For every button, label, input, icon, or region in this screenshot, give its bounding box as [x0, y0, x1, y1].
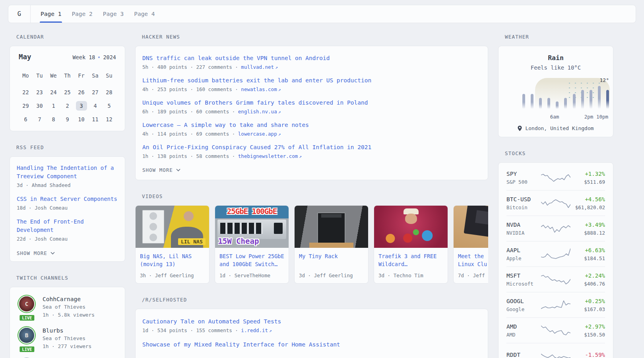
hackernews-show-more-button[interactable]: SHOW MORE — [142, 167, 180, 173]
page-tab[interactable]: Page 2 — [66, 5, 97, 23]
calendar-day[interactable]: 5 — [102, 99, 116, 113]
video-title-link[interactable]: My Tiny Rack — [299, 252, 364, 260]
weather-widget: Rain Feels like 10°C 12° 6am 2pm 10pm — [498, 46, 613, 137]
stock-row[interactable]: NVDA NVIDIA +3.49% $888.12 — [506, 216, 605, 241]
stock-name: Google — [506, 306, 541, 312]
feed-item-title-link[interactable]: Showcase of my Mixed Reality Interface f… — [142, 340, 481, 349]
page-tab[interactable]: Page 1 — [35, 5, 66, 23]
weather-location: London, United Kingdom — [508, 125, 603, 131]
page-tab[interactable]: Page 4 — [129, 5, 160, 23]
calendar-day[interactable]: 26 — [74, 86, 88, 99]
video-card: Traefik 3 and FREE Wildcard… 3d · Techno… — [374, 205, 448, 284]
calendar-day[interactable]: 6 — [19, 113, 33, 126]
stock-sparkline — [541, 323, 570, 338]
feed-item-title-link[interactable]: The End of Front-End Development — [17, 218, 118, 234]
feed-item: DNS traffic can leak outside the VPN tun… — [142, 54, 481, 70]
calendar-day[interactable]: 10 — [74, 113, 88, 126]
weather-bar-current — [606, 90, 609, 109]
stock-row[interactable]: BTC-USD Bitcoin +4.56% $61,820.02 — [506, 190, 605, 216]
page-tab[interactable]: Page 3 — [98, 5, 129, 23]
feed-item-title-link[interactable]: DNS traffic can leak outside the VPN tun… — [142, 54, 481, 62]
video-thumbnail[interactable]: LIL NAS — [136, 206, 209, 248]
stock-price: $61,820.02 — [570, 204, 605, 210]
video-title-link[interactable]: Meet the Linux Clu — [458, 252, 488, 268]
feed-item-meta-text: 3d · Ahmad Shadeed — [17, 182, 70, 188]
calendar-day[interactable]: 29 — [19, 99, 33, 113]
video-card-body: Traefik 3 and FREE Wildcard… 3d · Techno… — [374, 248, 448, 283]
feed-item-title-link[interactable]: An Oil Price-Fixing Conspiracy Caused 27… — [142, 143, 481, 152]
calendar-day[interactable]: 24 — [47, 86, 60, 99]
stock-change-percent: -1.59% — [570, 352, 605, 358]
external-link-icon: ↗ — [269, 328, 272, 333]
calendar-day[interactable]: 25 — [60, 86, 74, 99]
calendar-week-year: Week 18 2024 — [73, 54, 116, 60]
calendar-day[interactable]: 11 — [88, 113, 102, 126]
section-title-rss: RSS FEED — [16, 144, 125, 150]
feed-item-meta-text: 1d · 534 points · 155 comments · — [142, 327, 241, 333]
calendar-day[interactable]: 4 — [88, 99, 102, 113]
feed-item-title-link[interactable]: Lithium-free sodium batteries exit the l… — [142, 76, 481, 85]
twitch-channel-game: Sea of Thieves — [43, 303, 95, 311]
app-logo[interactable]: G — [8, 5, 31, 23]
calendar-day[interactable]: 28 — [102, 86, 116, 99]
weather-bars — [522, 84, 609, 109]
stock-row[interactable]: GOOGL Google +0.25% $167.03 — [506, 292, 605, 317]
feed-item-title-link[interactable]: CSS in React Server Components — [17, 195, 118, 203]
video-thumbnail[interactable] — [295, 206, 368, 248]
stock-identity: RDDT — [506, 352, 541, 358]
twitch-channel-row[interactable]: B LIVE Blurbs Sea of Thieves 1h · 277 vi… — [18, 327, 117, 350]
feed-item-meta-text: 4h · 114 points · 69 comments · — [142, 131, 238, 137]
stock-row[interactable]: MSFT Microsoft +2.24% $406.76 — [506, 267, 605, 292]
stock-row[interactable]: AMD AMD +2.97% $150.50 — [506, 317, 605, 343]
calendar-day[interactable]: 2 — [60, 99, 74, 113]
twitch-channel-info: CohhCarnage Sea of Thieves 1h · 5.8k vie… — [43, 295, 95, 319]
rss-show-more-button[interactable]: SHOW MORE — [17, 250, 55, 256]
video-thumbnail[interactable]: 25GbE 100GbE 15W Cheap — [215, 206, 289, 248]
calendar-day[interactable]: 7 — [33, 113, 47, 126]
weather-condition: Rain — [508, 54, 603, 62]
video-card-body: My Tiny Rack 3d · Jeff Geerling — [295, 248, 368, 283]
stock-identity: AMD AMD — [506, 323, 541, 338]
weather-location-text: London, United Kingdom — [525, 125, 594, 131]
calendar-day[interactable]: 9 — [60, 113, 74, 126]
feed-item-title-link[interactable]: Cautionary Tale on Automated Speed Tests — [142, 317, 481, 326]
video-thumbnail[interactable] — [374, 206, 448, 248]
feed-item-title-link[interactable]: Lowercase – A simple way to take and sha… — [142, 121, 481, 129]
calendar-day[interactable]: 12 — [102, 113, 116, 126]
stock-identity: BTC-USD Bitcoin — [506, 196, 541, 210]
video-title-link[interactable]: Big NAS, Lil NAS (moving 13) — [140, 252, 205, 268]
calendar-day[interactable]: 22 — [19, 86, 33, 99]
feed-item-source-link[interactable]: mullvad.net↗ — [241, 64, 277, 70]
hackernews-items: DNS traffic can leak outside the VPN tun… — [142, 54, 481, 159]
calendar-day[interactable]: 30 — [33, 99, 47, 113]
feed-item-title-link[interactable]: Unique volumes of Brothers Grimm fairy t… — [142, 99, 481, 107]
video-title-link[interactable]: BEST Low Power 25GbE and 100GbE Switch… — [219, 252, 284, 268]
calendar-day[interactable]: 1 — [47, 99, 60, 113]
video-title-link[interactable]: Traefik 3 and FREE Wildcard… — [378, 252, 443, 268]
weather-bar — [547, 98, 550, 109]
stock-values: -1.59% — [570, 352, 605, 358]
feed-item-source-link[interactable]: english.nv.ua↗ — [238, 109, 281, 115]
twitch-channel-name[interactable]: Blurbs — [43, 327, 91, 335]
twitch-channel-name[interactable]: CohhCarnage — [43, 295, 95, 303]
feed-item-source-link[interactable]: newatlas.com↗ — [241, 86, 281, 92]
feed-item-source-link[interactable]: i.redd.it↗ — [241, 327, 272, 333]
section-title-weather: WEATHER — [505, 34, 613, 40]
stock-row[interactable]: AAPL Apple +6.63% $184.51 — [506, 241, 605, 267]
stock-row[interactable]: SPY S&P 500 +1.32% $511.69 — [506, 165, 605, 190]
stock-change-percent: +4.56% — [570, 196, 605, 202]
feed-item-title-link[interactable]: Handling The Indentation of a Treeview C… — [17, 164, 118, 181]
stock-sparkline — [541, 222, 570, 236]
feed-item-source-link[interactable]: lowercase.app↗ — [238, 131, 281, 137]
calendar-day[interactable]: 27 — [88, 86, 102, 99]
feed-item-source-link[interactable]: thebignewsletter.com↗ — [238, 153, 302, 159]
stock-symbol: GOOGL — [506, 298, 541, 304]
stock-row[interactable]: RDDT -1.59% — [506, 343, 605, 358]
calendar-day[interactable]: 3 — [74, 99, 88, 113]
video-thumbnail[interactable]: FAS — [454, 206, 488, 248]
calendar-day[interactable]: 23 — [33, 86, 47, 99]
weather-time-axis: 6am 2pm 10pm — [508, 114, 609, 120]
thumbnail-art — [142, 210, 165, 244]
calendar-day[interactable]: 8 — [47, 113, 60, 126]
twitch-channel-row[interactable]: C LIVE CohhCarnage Sea of Thieves 1h · 5… — [18, 295, 117, 319]
